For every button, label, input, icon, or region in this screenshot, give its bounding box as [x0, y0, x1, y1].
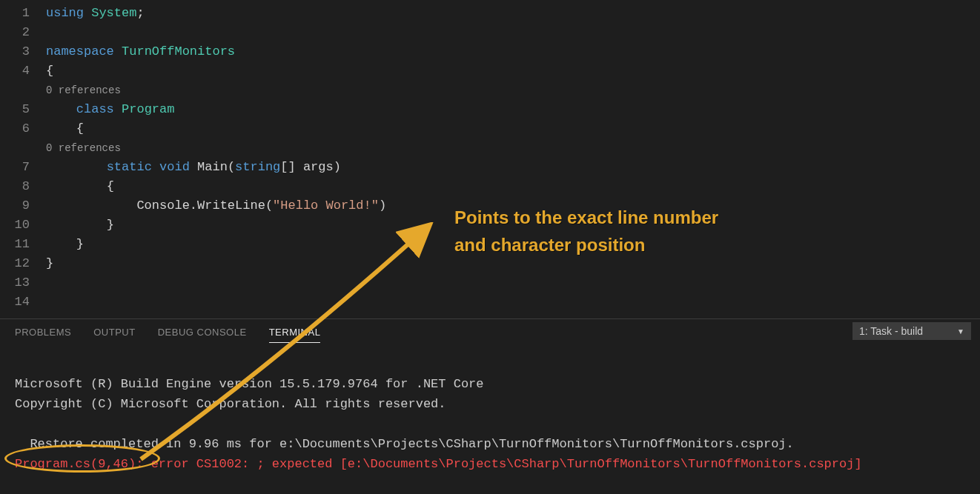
code-line[interactable] — [46, 273, 980, 293]
line-number: 8 — [0, 177, 30, 196]
panel-tabs: PROBLEMS OUTPUT DEBUG CONSOLE TERMINAL 1… — [0, 319, 980, 345]
code-line[interactable]: namespace TurnOffMonitors — [46, 42, 980, 61]
code-line[interactable]: static void Main(string[] args) — [46, 158, 980, 177]
annotation-callout: Points to the exact line number and char… — [454, 204, 718, 258]
terminal-error-line[interactable]: Program.cs(9,46): error CS1002: ; expect… — [15, 457, 862, 471]
bottom-panel: PROBLEMS OUTPUT DEBUG CONSOLE TERMINAL 1… — [0, 318, 980, 494]
terminal-line: Restore completed in 9.96 ms for e:\Docu… — [15, 437, 794, 451]
line-number: 3 — [0, 42, 30, 61]
code-editor[interactable]: 1 2 3 4 5 6 7 8 9 10 11 12 13 14 using S… — [0, 0, 980, 318]
line-number: 5 — [0, 100, 30, 119]
line-number: 7 — [0, 158, 30, 177]
chevron-down-icon: ▼ — [957, 327, 964, 336]
annotation-text: and character position — [454, 231, 718, 258]
codelens-references[interactable]: 0 references — [46, 138, 980, 158]
code-line[interactable] — [46, 293, 980, 312]
line-number: 9 — [0, 196, 30, 216]
code-content[interactable]: using System; namespace TurnOffMonitors … — [46, 4, 980, 318]
annotation-text: Points to the exact line number — [454, 204, 718, 231]
line-number: 4 — [0, 61, 30, 81]
line-number: 12 — [0, 254, 30, 273]
code-line[interactable]: { — [46, 61, 980, 81]
code-line[interactable]: { — [46, 177, 980, 196]
tab-debug-console[interactable]: DEBUG CONSOLE — [158, 322, 247, 342]
codelens-references[interactable]: 0 references — [46, 81, 980, 100]
line-number — [0, 81, 30, 100]
dropdown-value: 1: Task - build — [859, 325, 923, 337]
line-number: 14 — [0, 293, 30, 312]
code-line[interactable]: using System; — [46, 4, 980, 23]
line-number: 1 — [0, 4, 30, 23]
terminal-output[interactable]: Microsoft (R) Build Engine version 15.5.… — [0, 345, 980, 494]
code-line[interactable]: { — [46, 119, 980, 138]
tab-terminal[interactable]: TERMINAL — [269, 322, 321, 343]
code-line[interactable] — [46, 23, 980, 42]
line-number-gutter: 1 2 3 4 5 6 7 8 9 10 11 12 13 14 — [0, 4, 46, 318]
terminal-selector-dropdown[interactable]: 1: Task - build ▼ — [852, 322, 971, 340]
terminal-line: Microsoft (R) Build Engine version 15.5.… — [15, 377, 484, 391]
line-number — [0, 138, 30, 158]
terminal-line: Copyright (C) Microsoft Corporation. All… — [15, 397, 446, 411]
tab-problems[interactable]: PROBLEMS — [15, 322, 71, 342]
line-number: 2 — [0, 23, 30, 42]
line-number: 10 — [0, 216, 30, 235]
line-number: 13 — [0, 273, 30, 293]
code-line[interactable]: class Program — [46, 100, 980, 119]
tab-output[interactable]: OUTPUT — [93, 322, 135, 342]
line-number: 11 — [0, 235, 30, 254]
line-number: 6 — [0, 119, 30, 138]
